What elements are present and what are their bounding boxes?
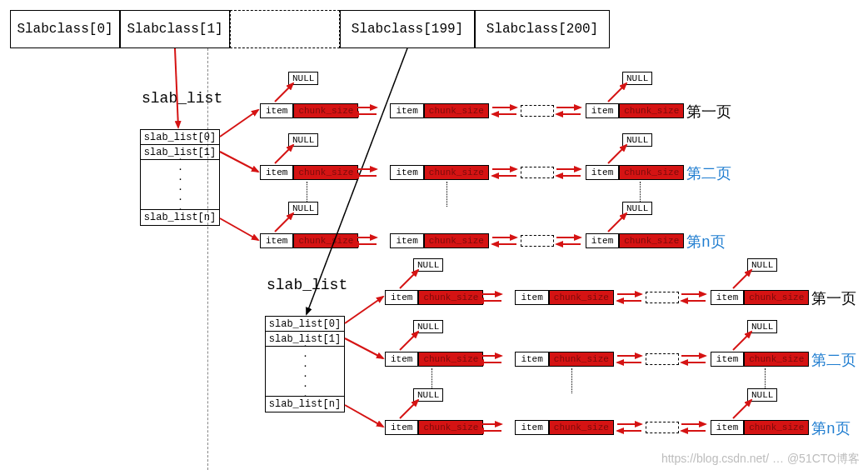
page-label: 第n页 xyxy=(811,418,851,438)
item-box: item xyxy=(385,352,418,367)
chunk-box: chunk_size xyxy=(293,103,358,118)
page-label: 第一页 xyxy=(686,102,731,122)
chunk-box: chunk_size xyxy=(744,352,809,367)
svg-line-5 xyxy=(345,297,383,323)
chunk-box: chunk_size xyxy=(418,420,483,435)
chunk-box: chunk_size xyxy=(619,233,684,248)
null-box: NULL xyxy=(747,320,777,333)
svg-line-6 xyxy=(345,338,383,358)
item-box: item xyxy=(260,233,293,248)
svg-line-14 xyxy=(400,270,418,288)
chain-row: item chunk_size item chunk_size item chu… xyxy=(260,102,684,120)
null-box: NULL xyxy=(747,258,777,272)
svg-line-10 xyxy=(275,145,293,163)
null-box: NULL xyxy=(288,72,318,85)
item-box: item xyxy=(586,165,619,180)
null-box: NULL xyxy=(622,202,652,215)
slab-list-row: slab_list[0] xyxy=(141,130,219,145)
chunk-box: chunk_size xyxy=(549,420,614,435)
svg-line-11 xyxy=(608,145,626,163)
slab-list-label: slab_list xyxy=(267,277,347,293)
slab-list-row: slab_list[n] xyxy=(141,210,219,225)
null-box: NULL xyxy=(413,320,443,333)
slab-list-row-dots: ······ xyxy=(141,160,219,210)
chain-row: item chunk_size item chunk_size item chu… xyxy=(385,350,809,368)
svg-line-8 xyxy=(275,83,293,102)
svg-line-15 xyxy=(733,270,751,288)
dots-box xyxy=(521,235,554,247)
chain-row: item chunk_size item chunk_size item chu… xyxy=(385,418,809,437)
null-box: NULL xyxy=(413,258,443,272)
chunk-box: chunk_size xyxy=(424,103,489,118)
svg-line-9 xyxy=(608,83,626,102)
vert-dots xyxy=(571,368,572,393)
chunk-box: chunk_size xyxy=(619,165,684,180)
svg-line-4 xyxy=(220,218,258,240)
svg-line-13 xyxy=(608,213,626,232)
chain-row: item chunk_size item chunk_size item chu… xyxy=(260,163,684,182)
svg-line-17 xyxy=(733,332,751,350)
slabclass-cell: Slabclass[200] xyxy=(475,10,610,48)
svg-line-2 xyxy=(220,110,258,137)
item-box: item xyxy=(260,103,293,118)
item-box: item xyxy=(385,290,418,305)
item-box: item xyxy=(260,165,293,180)
page-label: 第二页 xyxy=(811,350,856,370)
null-box: NULL xyxy=(622,133,652,147)
svg-line-12 xyxy=(275,213,293,232)
item-box: item xyxy=(711,352,744,367)
slab-list-row: slab_list[n] xyxy=(266,397,344,412)
page-label: 第n页 xyxy=(686,232,726,252)
slab-list-table: slab_list[0] slab_list[1] ······ slab_li… xyxy=(265,316,345,412)
item-box: item xyxy=(390,103,423,118)
chunk-box: chunk_size xyxy=(293,165,358,180)
slabclass-cell: Slabclass[1] xyxy=(120,10,230,48)
chunk-box: chunk_size xyxy=(549,290,614,305)
svg-line-0 xyxy=(175,48,178,128)
item-box: item xyxy=(586,233,619,248)
chunk-box: chunk_size xyxy=(744,290,809,305)
dots-box xyxy=(521,105,554,117)
chunk-box: chunk_size xyxy=(744,420,809,435)
dots-box xyxy=(521,167,554,178)
chunk-box: chunk_size xyxy=(619,103,684,118)
item-box: item xyxy=(390,233,423,248)
vert-dots xyxy=(446,182,447,207)
item-box: item xyxy=(711,290,744,305)
slab-list-table: slab_list[0] slab_list[1] ······ slab_li… xyxy=(140,129,220,226)
item-box: item xyxy=(586,103,619,118)
slab-list-row: slab_list[0] xyxy=(266,317,344,332)
chunk-box: chunk_size xyxy=(418,352,483,367)
null-box: NULL xyxy=(288,202,318,215)
svg-line-7 xyxy=(345,405,383,427)
null-box: NULL xyxy=(288,133,318,147)
svg-line-3 xyxy=(220,152,258,172)
dots-box xyxy=(646,292,679,303)
item-box: item xyxy=(515,290,548,305)
slabclass-cell-dashed xyxy=(230,10,340,48)
svg-line-18 xyxy=(400,400,418,418)
chunk-box: chunk_size xyxy=(549,352,614,367)
page-label: 第二页 xyxy=(686,163,731,183)
chunk-box: chunk_size xyxy=(293,233,358,248)
item-box: item xyxy=(515,352,548,367)
slabclass-cell: Slabclass[0] xyxy=(10,10,120,48)
item-box: item xyxy=(385,420,418,435)
dots-box xyxy=(646,353,679,365)
item-box: item xyxy=(390,165,423,180)
null-box: NULL xyxy=(413,388,443,402)
slab-list-row-dots: ······ xyxy=(266,347,344,397)
null-box: NULL xyxy=(622,72,652,85)
watermark: https://blog.csdn.net/ … @51CTO博客 xyxy=(661,452,860,467)
slab-list-label: slab_list xyxy=(142,90,222,107)
chunk-box: chunk_size xyxy=(424,233,489,248)
vertical-guide xyxy=(207,48,208,470)
chain-row: item chunk_size item chunk_size item chu… xyxy=(385,288,809,307)
svg-line-19 xyxy=(733,400,751,418)
chain-row: item chunk_size item chunk_size item chu… xyxy=(260,232,684,250)
chunk-box: chunk_size xyxy=(418,290,483,305)
item-box: item xyxy=(515,420,548,435)
chunk-box: chunk_size xyxy=(424,165,489,180)
dots-box xyxy=(646,422,679,433)
item-box: item xyxy=(711,420,744,435)
